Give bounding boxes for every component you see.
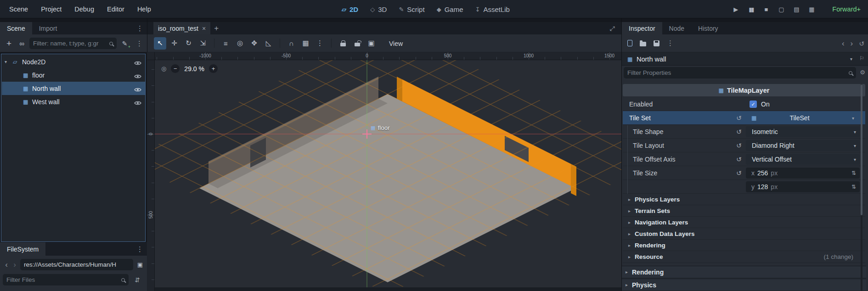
group-physics-layers[interactable]: ▸ Physics Layers <box>623 194 865 205</box>
inspector-node-bar[interactable]: ▦ North wall ▾ ⚐ <box>622 52 868 66</box>
play-scene-button[interactable]: ▢ <box>778 6 785 13</box>
attach-script-button[interactable]: ✎+ <box>118 37 131 50</box>
category-tilemaplayer[interactable]: ▦ TileMapLayer <box>623 84 865 96</box>
play-button[interactable]: ▶ <box>732 6 739 13</box>
tree-item-node2d[interactable]: ▾ ▱ Node2D <box>2 55 145 68</box>
edit-history-icon[interactable]: ↺ <box>859 40 864 47</box>
tile-size-x-spinbox[interactable]: x 256 px ⇅ <box>746 168 860 179</box>
tab-inspector[interactable]: Inspector <box>622 22 662 34</box>
workspace-2d[interactable]: ▱2D <box>342 6 358 13</box>
new-resource-icon[interactable] <box>627 40 632 46</box>
visibility-eye-icon[interactable] <box>134 73 141 81</box>
snap-options-icon[interactable]: ⋮ <box>314 37 326 50</box>
grid-snap-icon[interactable]: ▦ <box>299 37 312 50</box>
revert-icon[interactable]: ↺ <box>736 166 742 179</box>
zoom-out-button[interactable]: − <box>171 64 180 73</box>
tab-filesystem[interactable]: FileSystem <box>0 242 45 256</box>
filesystem-menu-icon[interactable]: ⋮ <box>136 245 143 253</box>
tile-layout-dropdown[interactable]: Diamond Right ▾ <box>746 140 860 151</box>
history-back-icon[interactable]: ‹ <box>842 39 845 48</box>
pause-button[interactable]: ▮▮ <box>747 6 755 13</box>
viewport-canvas[interactable]: ◎ − 29.0 % + ▦ floor <box>155 60 621 291</box>
split-mode-button[interactable]: ▣ <box>135 259 145 270</box>
scene-filter-input[interactable] <box>29 38 117 49</box>
scene-filter-field[interactable] <box>33 40 107 47</box>
revert-icon[interactable]: ↺ <box>736 152 742 166</box>
revert-icon[interactable]: ↺ <box>736 125 742 138</box>
scene-tree-menu-icon[interactable]: ⋮ <box>136 39 143 48</box>
menu-help[interactable]: Help <box>131 0 158 18</box>
add-node-button[interactable]: + <box>3 37 15 50</box>
lock-icon[interactable] <box>337 37 349 50</box>
sort-files-button[interactable]: ⇵ <box>132 274 142 285</box>
revert-icon[interactable]: ↺ <box>736 111 742 124</box>
workspace-script[interactable]: ✎Script <box>399 6 424 13</box>
visibility-eye-icon[interactable] <box>134 59 141 67</box>
menu-debug[interactable]: Debug <box>68 0 101 18</box>
group-custom-data-layers[interactable]: ▸ Custom Data Layers <box>623 228 865 240</box>
revert-icon[interactable]: ↺ <box>736 139 742 152</box>
renderer-selector[interactable]: Forward+ <box>832 6 861 13</box>
collapse-arrow-icon[interactable]: ▾ <box>5 55 7 68</box>
pivot-tool-icon[interactable]: ◎ <box>234 37 246 50</box>
scene-tab-iso-room-test[interactable]: iso_room_test × <box>153 22 210 34</box>
zoom-level[interactable]: 29.0 % <box>184 65 204 73</box>
scale-tool-icon[interactable]: ⇲ <box>197 37 209 50</box>
inspector-scrollbar[interactable] <box>861 84 862 291</box>
scrollbar-thumb[interactable] <box>861 84 862 215</box>
tree-item-west-wall[interactable]: ▦ West wall <box>2 95 145 108</box>
pin-flag-icon[interactable]: ⚐ <box>859 55 864 62</box>
pan-tool-icon[interactable]: ✥ <box>248 37 260 50</box>
bottom-panel-edge[interactable] <box>155 287 621 291</box>
property-row-tile-shape[interactable]: Tile Shape ↺ Isometric ▾ <box>623 125 865 139</box>
workspace-3d[interactable]: ◇3D <box>370 6 387 13</box>
property-row-tile-size-y[interactable]: y 128 px ⇅ <box>623 180 865 194</box>
path-field[interactable] <box>24 261 130 268</box>
workspace-assetlib[interactable]: ↧AssetLib <box>475 6 509 13</box>
resource-options-icon[interactable]: ⋮ <box>667 39 674 47</box>
checkbox-checked-icon[interactable]: ✓ <box>750 101 757 108</box>
group-terrain-sets[interactable]: ▸ Terrain Sets <box>623 205 865 217</box>
property-row-tile-size-x[interactable]: Tile Size ↺ x 256 px ⇅ <box>623 166 865 180</box>
instance-scene-button[interactable]: ∞ <box>16 37 28 50</box>
file-filter-field[interactable] <box>6 276 118 283</box>
smart-snap-icon[interactable]: ∩ <box>285 37 298 50</box>
menu-scene[interactable]: Scene <box>3 0 34 18</box>
property-tools-icon[interactable]: ⚙ <box>860 69 865 76</box>
view-menu-button[interactable]: View <box>384 37 407 50</box>
tile-shape-dropdown[interactable]: Isometric ▾ <box>746 126 860 137</box>
history-forward-icon[interactable]: › <box>851 39 853 48</box>
tile-offset-axis-dropdown[interactable]: Vertical Offset ▾ <box>746 154 860 165</box>
section-physics[interactable]: ▸ Physics <box>622 279 866 291</box>
filesystem-path-input[interactable] <box>20 259 133 270</box>
workspace-game[interactable]: ◆Game <box>437 6 463 13</box>
scene-dock-menu-icon[interactable]: ⋮ <box>136 24 143 33</box>
visibility-eye-icon[interactable] <box>134 99 141 107</box>
select-tool-icon[interactable]: ↖ <box>154 37 166 50</box>
property-row-tile-set[interactable]: Tile Set ↺ ▦ TileSet ▾ <box>623 111 865 125</box>
property-row-tile-offset-axis[interactable]: Tile Offset Axis ↺ Vertical Offset ▾ <box>623 152 865 166</box>
group-navigation-layers[interactable]: ▸ Navigation Layers <box>623 217 865 228</box>
tab-history[interactable]: History <box>691 22 725 34</box>
tab-import[interactable]: Import <box>32 22 64 34</box>
save-resource-icon[interactable] <box>654 40 659 46</box>
menu-project[interactable]: Project <box>34 0 68 18</box>
tab-node[interactable]: Node <box>662 22 691 34</box>
group-rendering[interactable]: ▸ Rendering <box>623 240 865 251</box>
history-forward-button[interactable]: › <box>11 259 18 270</box>
group-resource[interactable]: ▸ Resource (1 change) <box>623 251 865 263</box>
property-row-enabled[interactable]: Enabled ✓ On <box>623 97 865 111</box>
tree-item-north-wall[interactable]: ▦ North wall <box>2 82 145 95</box>
tile-size-y-spinbox[interactable]: y 128 px ⇅ <box>746 181 860 192</box>
property-filter-input[interactable] <box>624 67 856 78</box>
filesystem-filter-input[interactable] <box>3 274 129 285</box>
tab-scene[interactable]: Scene <box>0 22 32 34</box>
zoom-in-button[interactable]: + <box>209 64 218 73</box>
rotate-tool-icon[interactable]: ↻ <box>182 37 195 50</box>
list-select-tool-icon[interactable]: ≡ <box>220 37 232 50</box>
tileset-resource-value[interactable]: TileSet <box>747 111 852 124</box>
stop-button[interactable]: ■ <box>762 6 770 13</box>
group-icon[interactable]: ▣ <box>365 37 378 50</box>
menu-editor[interactable]: Editor <box>101 0 131 18</box>
history-back-button[interactable]: ‹ <box>3 259 10 270</box>
